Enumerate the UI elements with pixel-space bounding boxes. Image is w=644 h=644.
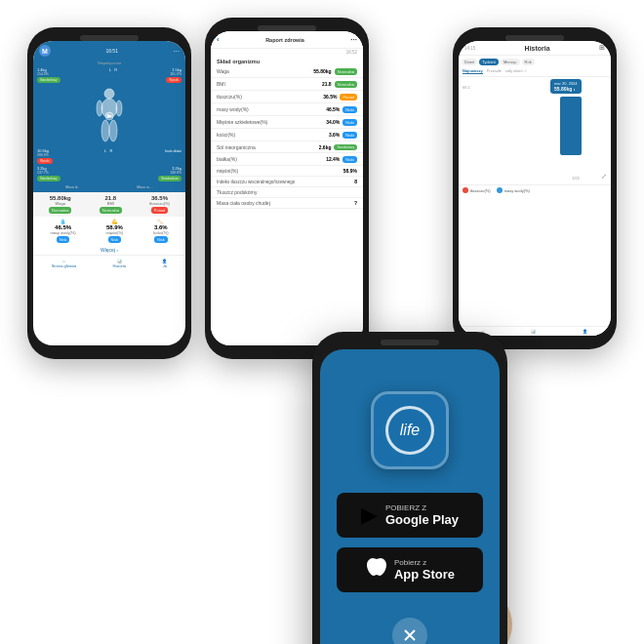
phone1-time: 16:51 [105, 48, 118, 54]
metric-lean: Masa ciała osoby chudej ? [211, 198, 363, 209]
svg-point-3 [116, 101, 122, 116]
life-logo: life [371, 391, 449, 469]
chart-legend: tłuszczu(%) masy wody(%) [459, 184, 611, 195]
google-play-button[interactable]: ▶ POBIERZ Z Google Play [337, 493, 483, 538]
more-icon2[interactable]: ··· [350, 35, 357, 44]
metric-bone: kości(%) 3.6% Niski [211, 129, 363, 141]
grid-icon[interactable]: ⊞ [599, 44, 605, 52]
stat-fat-badge: Ponad [151, 207, 169, 214]
phone3-tabs: Dzień Tydzień Miesiąc Rok [459, 56, 611, 68]
stat-waga: 55.80kg Waga Normalna [49, 195, 71, 214]
metric-subcutaneous: Tłuszcz podskórny [211, 187, 363, 198]
user-avatar[interactable]: M [39, 45, 51, 57]
stat-muscle-label: mięśni(%) [106, 230, 124, 235]
phone2-time: 16:52 [211, 49, 363, 56]
metric-mineral: Sól nieorganiczna 2.6kg Standardowy [211, 141, 363, 153]
instruktaz-label[interactable]: Instruktaż [165, 148, 181, 164]
main-stats: 55.80kg Waga Normalna 21.8 BMI Normalna … [33, 192, 185, 217]
phone2-header: ‹ Raport zdrowia ··· [211, 31, 363, 49]
badge-bmi: Normalna [335, 81, 357, 88]
more-icon[interactable]: ··· [173, 47, 180, 56]
body-top-left-badge: Standardowy [37, 77, 60, 83]
subtab-past[interactable]: Przeszłe [487, 68, 502, 74]
chart-bar: mar 20, 2024 55.80kg › [560, 97, 582, 155]
stat-water: 💧 46.5% masy wody(%) Nisk [50, 219, 75, 243]
metric-waga: Waga 55.80kg Normalna [211, 65, 363, 78]
badge-waga: Normalna [335, 68, 357, 75]
svg-point-2 [97, 101, 102, 116]
phone3-content: 14:15 Historia ⊞ Dzień Tydzień Miesiąc R… [459, 41, 611, 336]
body-section: Niepołączone 1.4kg 154.9% Standardowy L … [33, 59, 185, 192]
tab-week[interactable]: Tydzień [479, 59, 499, 65]
badge-skeletal: Niski [342, 119, 357, 126]
tab-month[interactable]: Miesiąc [501, 59, 520, 65]
google-play-text: POBIERZ Z Google Play [385, 503, 459, 527]
nav-home[interactable]: ⌂Strona główna [52, 259, 77, 268]
google-play-content: ▶ POBIERZ Z Google Play [361, 503, 459, 528]
scene: M 16:51 ··· Niepołączone 1.4kg 154.9% St… [0, 0, 644, 644]
phone3-screen: 14:15 Historia ⊞ Dzień Tydzień Miesiąc R… [459, 41, 611, 336]
nav-history[interactable]: 📊Historia [113, 259, 127, 268]
section-title: Skład organizmu [211, 56, 363, 65]
more-button[interactable]: Więcej › [33, 245, 185, 255]
metric-water: masy wody(%) 46.5% Niski [211, 103, 363, 116]
stat-fat: 36.5% tłuszczu(%) Ponad [149, 195, 170, 214]
chart-bar-wrapper: mar 20, 2024 55.80kg › [560, 97, 582, 155]
app-store-button[interactable]: Pobierz z App Store [337, 547, 483, 592]
phone1-content: M 16:51 ··· Niepołączone 1.4kg 154.9% St… [33, 41, 185, 345]
subtab-newest[interactable]: Najnowszy [463, 68, 483, 74]
phone-front: life ▶ POBIERZ Z Google Play [312, 332, 507, 644]
badge-fat: Ponad [340, 94, 357, 101]
legend-fat: tłuszczu(%) [463, 187, 491, 193]
phone3-time: 14:15 [464, 46, 475, 51]
phone4-screen: life ▶ POBIERZ Z Google Play [320, 349, 500, 644]
phone2-content: ‹ Raport zdrowia ··· 16:52 Skład organiz… [211, 31, 363, 345]
stat-waga-label: Waga [49, 201, 71, 206]
stat-water-badge: Nisk [57, 236, 70, 243]
nav-profile[interactable]: 👤Ja [162, 259, 167, 268]
stat-waga-badge: Normalna [49, 207, 71, 214]
chart-value: 55.80kg › [554, 86, 578, 92]
body-silhouette [93, 87, 127, 145]
stat-bone-label: kości(%) [153, 230, 168, 235]
tab-day[interactable]: Dzień [462, 59, 477, 65]
nav3-profile[interactable]: 👤 [583, 329, 587, 334]
metric-visceral: Indeks tłuszczu wisceralnego/trzewnego 8 [211, 177, 363, 187]
secondary-stats: 💧 46.5% masy wody(%) Nisk 💪 58.9% mięśni… [33, 217, 185, 245]
bottom-nav: ⌂Strona główna 📊Historia 👤Ja [33, 255, 185, 270]
phone1-screen: M 16:51 ··· Niepołączone 1.4kg 154.9% St… [33, 41, 185, 345]
nav3-history[interactable]: 📊 [531, 329, 536, 334]
google-play-label: Google Play [385, 512, 459, 527]
expand-icon[interactable]: ⤢ [601, 173, 607, 181]
legend-fat-label: tłuszczu(%) [470, 188, 491, 193]
svg-point-0 [104, 89, 114, 99]
bluetooth-icon[interactable] [392, 618, 427, 644]
body-lr-label: L R [109, 67, 117, 72]
body-mid-left-pct: 206.6% [37, 153, 53, 157]
tab-year[interactable]: Rok [522, 59, 535, 65]
metric-bmi: BMI 21.8 Normalna [211, 78, 363, 91]
phone2-title: Raport zdrowia [265, 37, 304, 43]
app-store-label-top: Pobierz z [394, 558, 455, 567]
phone-left: M 16:51 ··· Niepołączone 1.4kg 154.9% St… [27, 27, 191, 359]
svg-point-4 [101, 120, 109, 141]
metric-muscle: mięśni(%) 58.9% [211, 166, 363, 177]
life-logo-inner: life [385, 406, 434, 455]
mass-labels: Masa tk..Masa m-... [33, 184, 185, 190]
body-mid-left-badge: Wysoki [37, 158, 53, 164]
body-top-right-badge: Wysoki [166, 77, 181, 83]
badge-water: Niski [342, 106, 357, 113]
apple-icon [365, 556, 386, 584]
metrics-list: Waga 55.80kg Normalna BMI 21.8 Normalna [211, 65, 363, 209]
phone3-header: 14:15 Historia ⊞ [459, 41, 611, 56]
app-store-label: App Store [394, 567, 455, 582]
subtab-allday[interactable]: cały dzień ✓ [505, 68, 527, 74]
phone3-title: Historia [525, 45, 550, 52]
back-icon[interactable]: ‹ [217, 35, 220, 44]
legend-water-dot [497, 187, 503, 193]
metric-fat: tłuszczu(%) 36.5% Ponad [211, 91, 363, 103]
body-lr2-label: L R [104, 148, 112, 164]
google-play-label-top: POBIERZ Z [385, 503, 459, 512]
google-play-icon: ▶ [361, 503, 378, 528]
badge-mineral: Standardowy [334, 144, 357, 150]
